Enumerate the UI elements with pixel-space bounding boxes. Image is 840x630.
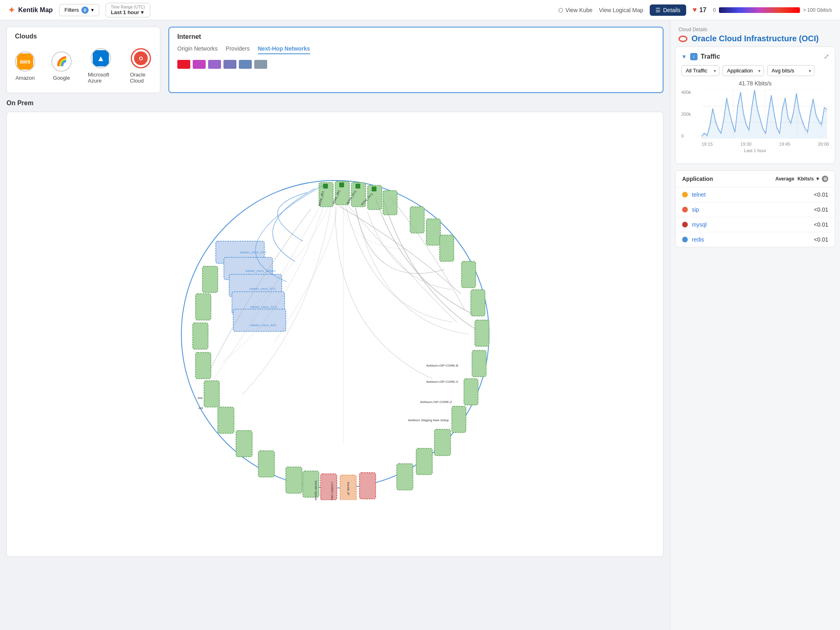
avg-bits-wrapper: Avg bits/s Avg packets/s 95th bits/s (767, 65, 814, 76)
svg-rect-14 (452, 406, 466, 433)
time-label-1945: 19:45 (779, 142, 791, 146)
tab-origin-networks[interactable]: Origin Networks (177, 45, 218, 54)
tab-next-hop-networks[interactable]: Next-Hop Networks (258, 45, 310, 54)
cloud-details-title-row: Oracle Cloud Infrastructure (OCI) (678, 34, 832, 43)
time-label-1915: 19:15 (702, 142, 713, 146)
settings-icon[interactable]: ⚙ (822, 176, 828, 182)
chart-svg (702, 90, 829, 138)
avg-bits-select[interactable]: Avg bits/s Avg packets/s 95th bits/s (767, 65, 814, 76)
gradient-legend: 0 > 100 Gbits/s (713, 7, 832, 13)
view-logical-button[interactable]: View Logical Map (599, 7, 643, 13)
cloud-details-header: Cloud Details Oracle Cloud Infrastructur… (670, 20, 840, 47)
left-panel: Clouds aws Amazon 🌈 Google (0, 20, 670, 630)
all-traffic-select[interactable]: All Traffic Inbound Outbound (681, 65, 719, 76)
color-swatch[interactable] (177, 60, 190, 69)
chart-time-labels: 19:15 19:30 19:45 20:00 (702, 142, 829, 146)
on-prem-section: On Prem (6, 100, 663, 557)
traffic-current-value: 41.78 Kbits/s (681, 80, 829, 87)
nav-right: ⬡ View Kube View Logical Map ☰ Details ♥… (558, 4, 832, 16)
mysql-link[interactable]: mysql (692, 221, 707, 228)
app-table: Application Average Kbits/s ▼ ⚙ telnet <… (675, 170, 835, 247)
traffic-collapse-arrow[interactable]: ▼ (681, 53, 687, 60)
svg-rect-23 (258, 451, 274, 477)
cloud-item-oracle[interactable]: O Oracle Cloud (130, 48, 152, 84)
color-swatch[interactable] (254, 60, 267, 69)
oracle-logo: O (131, 48, 151, 68)
avg-label: Average (775, 176, 794, 182)
clouds-row: aws Amazon 🌈 Google ▲ Micr (15, 45, 152, 87)
chord-diagram: acme_dfr1 acme_dfr1 acme_NY1 acme_NY1 As… (169, 168, 501, 500)
time-label-1930: 19:30 (740, 142, 752, 146)
svg-rect-18 (359, 473, 376, 499)
svg-rect-10 (471, 290, 485, 316)
svg-rect-27 (196, 352, 211, 379)
view-kube-button[interactable]: ⬡ View Kube (558, 7, 593, 13)
internet-section: Internet Origin Networks Providers Next-… (168, 27, 663, 93)
traffic-panel: ▼ ↕ Traffic ⤢ All Traffic Inbound Outbou… (675, 47, 835, 164)
svg-text:sdwan_cisco_NY1: sdwan_cisco_NY1 (240, 250, 267, 254)
nav-left: ✦ Kentik Map Filters 0 ▾ Time Range (UTC… (8, 3, 150, 17)
svg-rect-6 (410, 207, 424, 233)
heart-counter: ♥ 17 (693, 6, 706, 14)
application-select[interactable]: Application Source Destination (723, 65, 764, 76)
svg-text:Ashburn Staging New Setup: Ashburn Staging New Setup (408, 418, 449, 422)
sip-value: <0.01 (814, 206, 828, 213)
svg-rect-7 (426, 219, 440, 245)
kube-icon: ⬡ (558, 7, 563, 13)
cloud-item-google[interactable]: 🌈 Google (51, 51, 72, 81)
svg-rect-37 (339, 182, 344, 187)
on-prem-title: On Prem (6, 100, 663, 107)
color-swatches (177, 60, 655, 69)
telnet-value: <0.01 (814, 191, 828, 198)
chord-diagram-container: acme_dfr1 acme_dfr1 acme_NY1 acme_NY1 As… (11, 116, 659, 552)
color-swatch[interactable] (193, 60, 206, 69)
application-wrapper: Application Source Destination (723, 65, 764, 76)
amazon-label: Amazon (15, 75, 35, 81)
tab-providers[interactable]: Providers (226, 45, 250, 54)
expand-icon[interactable]: ⤢ (824, 53, 829, 60)
svg-text:sdwan_cisco_CO1: sdwan_cisco_CO1 (250, 305, 277, 309)
google-logo: 🌈 (51, 51, 72, 72)
traffic-controls: All Traffic Inbound Outbound Application… (681, 65, 829, 76)
svg-text:Kentik JF: Kentik JF (347, 482, 350, 495)
azure-logo: ▲ (91, 48, 111, 68)
table-row: telnet <0.01 (676, 187, 835, 202)
details-button[interactable]: ☰ Details (650, 4, 686, 16)
filters-chevron-icon: ▾ (91, 7, 94, 13)
svg-rect-8 (440, 235, 454, 261)
table-row: sip <0.01 (676, 202, 835, 217)
cloud-item-azure[interactable]: ▲ Microsoft Azure (88, 48, 114, 84)
azure-label: Microsoft Azure (88, 72, 114, 84)
logo-star-icon: ✦ (8, 5, 15, 15)
clouds-section: Clouds aws Amazon 🌈 Google (6, 27, 160, 93)
svg-rect-16 (416, 448, 432, 475)
sip-link[interactable]: sip (692, 206, 699, 213)
google-label: Google (53, 75, 70, 81)
internet-title: Internet (177, 33, 655, 40)
svg-text:ord: ord (198, 406, 203, 410)
chart-last-label: Last 1 hour (681, 148, 829, 153)
app-name: Kentik Map (18, 6, 53, 14)
clouds-title: Clouds (15, 33, 152, 40)
all-traffic-wrapper: All Traffic Inbound Outbound (681, 65, 719, 76)
app-name-cell-sip: sip (682, 206, 699, 213)
color-swatch[interactable] (239, 60, 252, 69)
svg-text:sdwan_cisco_LDN11: sdwan_cisco_LDN11 (245, 269, 276, 273)
mysql-value: <0.01 (814, 221, 828, 228)
y-label-400k: 400k (681, 90, 700, 95)
top-row: Clouds aws Amazon 🌈 Google (6, 27, 663, 93)
svg-text:dsk: dsk (198, 396, 203, 400)
svg-text:LOSRO Others: LOSRO Others (330, 482, 334, 500)
cloud-item-amazon[interactable]: aws Amazon (15, 51, 35, 81)
oci-oval-icon (678, 36, 687, 42)
color-swatch[interactable] (223, 60, 236, 69)
redis-link[interactable]: redis (692, 236, 704, 243)
sort-icon[interactable]: ▼ (815, 176, 820, 182)
svg-text:Ashburn-ISP-CORE-Z: Ashburn-ISP-CORE-Z (420, 400, 452, 404)
telnet-link[interactable]: telnet (692, 191, 706, 198)
time-range-selector[interactable]: Time Range (UTC) Last 1 hour ▾ (106, 3, 150, 17)
filters-button[interactable]: Filters 0 ▾ (59, 4, 99, 16)
svg-rect-20 (321, 474, 337, 500)
redis-dot (682, 237, 688, 242)
color-swatch[interactable] (208, 60, 221, 69)
